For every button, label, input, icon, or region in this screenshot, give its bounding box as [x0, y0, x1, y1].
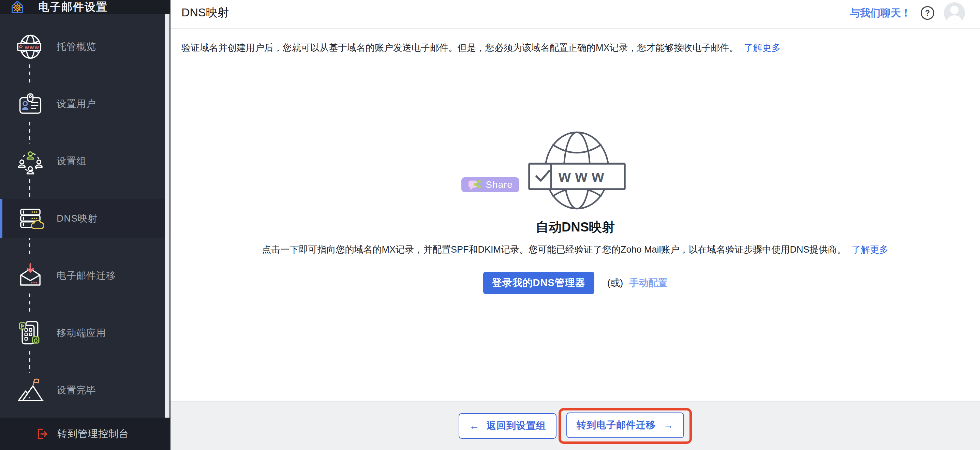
help-icon[interactable]: ?: [921, 6, 934, 20]
main-header: DNS映射 与我们聊天！ ?: [170, 0, 980, 29]
go-to-email-migration-button[interactable]: 转到电子邮件迁移 →: [566, 412, 684, 438]
sidebar-item-admin-console[interactable]: 转到管理控制台: [0, 418, 170, 450]
description-row: 点击一下即可指向您的域名的MX记录，并配置SPF和DKIM记录。您可能已经验证了…: [170, 243, 980, 256]
intro-text: 验证域名并创建用户后，您就可以从基于域名的账户发送电子邮件。但是，您必须为该域名…: [181, 43, 738, 53]
step-connector-line: [29, 236, 30, 258]
intro-learn-more-link[interactable]: 了解更多: [744, 43, 781, 53]
step-connector-line: [29, 294, 30, 315]
page-title: DNS映射: [181, 5, 229, 21]
next-button-label: 转到电子邮件迁移: [577, 419, 656, 432]
sidebar-item-label: 设置用户: [57, 97, 96, 110]
sidebar-item-label: 移动端应用: [57, 327, 106, 340]
globe-www-icon: www: [17, 33, 44, 60]
banner-www-text: www: [558, 167, 608, 185]
or-text: (或): [607, 277, 623, 289]
sidebar-item-setup-complete[interactable]: 设置完毕: [0, 370, 170, 410]
sidebar-item-label: 托管概览: [57, 40, 96, 53]
share-label: Share: [485, 179, 513, 190]
admin-console-label: 转到管理控制台: [57, 427, 129, 441]
sidebar-item-setup-users[interactable]: 设置用户: [0, 84, 170, 124]
sidebar-title: 电子邮件设置: [38, 0, 108, 15]
bottom-nav-band: ← 返回到设置组 转到电子邮件迁移 →: [170, 401, 980, 450]
sidebar-item-dns-mapping[interactable]: DNS映射: [0, 199, 170, 238]
description-text: 点击一下即可指向您的域名的MX记录，并配置SPF和DKIM记录。您可能已经验证了…: [262, 245, 846, 254]
avatar-body-shape: [947, 15, 962, 24]
avatar-head-shape: [950, 6, 959, 14]
server-cloud-icon: [17, 205, 44, 232]
sidebar-header: 电子邮件设置: [0, 0, 170, 14]
step-connector-line: [29, 179, 30, 201]
exit-icon: [35, 427, 49, 441]
id-card-icon: [17, 91, 44, 117]
sidebar-scrollbar[interactable]: [165, 14, 169, 418]
setup-sidebar: 电子邮件设置 www托管概览 设置用户 设置组 DNS映射 电子邮件迁移: [0, 0, 170, 450]
user-group-icon: [17, 148, 44, 175]
primary-action-row: 登录我的DNS管理器 (或) 手动配置: [170, 272, 980, 294]
highlight-annotation-box: 转到电子邮件迁移 →: [558, 408, 692, 444]
left-arrow-icon: ←: [469, 420, 480, 432]
manual-config-link[interactable]: 手动配置: [629, 277, 667, 289]
back-to-groups-button[interactable]: ← 返回到设置组: [459, 413, 557, 439]
description-learn-more-link[interactable]: 了解更多: [852, 245, 889, 254]
sidebar-item-label: 电子邮件迁移: [57, 269, 116, 282]
mobile-apps-icon: [17, 320, 44, 347]
chat-with-us-link[interactable]: 与我们聊天！: [850, 6, 911, 20]
sidebar-item-label: 设置组: [57, 155, 86, 168]
step-connector-line: [29, 64, 30, 86]
main-panel: DNS映射 与我们聊天！ ? 验证域名并创建用户后，您就可以从基于域名的账户发送…: [170, 0, 980, 450]
sidebar-item-label: DNS映射: [57, 212, 97, 225]
svg-text:www: www: [25, 45, 40, 50]
sidebar-item-email-migration[interactable]: 电子邮件迁移: [0, 256, 170, 296]
app-logo-icon: [10, 0, 25, 15]
app-window: 电子邮件设置 www托管概览 设置用户 设置组 DNS映射 电子邮件迁移: [0, 0, 980, 450]
back-button-label: 返回到设置组: [487, 419, 546, 432]
sidebar-item-setup-groups[interactable]: 设置组: [0, 142, 170, 181]
share-bubble-icon: [468, 179, 482, 191]
mountain-flag-icon: [17, 377, 44, 404]
login-dns-manager-button[interactable]: 登录我的DNS管理器: [483, 272, 594, 294]
intro-text-row: 验证域名并创建用户后，您就可以从基于域名的账户发送电子邮件。但是，您必须为该域名…: [181, 41, 781, 54]
share-badge: Share: [461, 177, 519, 192]
sidebar-item-mobile-apps[interactable]: 移动端应用: [0, 313, 170, 353]
globe-www-illustration-icon: www: [525, 128, 627, 213]
avatar[interactable]: [944, 2, 965, 24]
step-connector-line: [29, 122, 30, 143]
mail-import-icon: [17, 262, 44, 289]
auto-dns-heading: 自动DNS映射: [170, 218, 980, 236]
sidebar-item-hosting-overview[interactable]: www托管概览: [0, 27, 170, 67]
header-actions: 与我们聊天！ ?: [850, 2, 965, 25]
dns-illustration: www Share: [457, 128, 695, 216]
sidebar-item-label: 设置完毕: [57, 384, 96, 397]
right-arrow-icon: →: [663, 419, 674, 431]
step-connector-line: [29, 351, 30, 373]
